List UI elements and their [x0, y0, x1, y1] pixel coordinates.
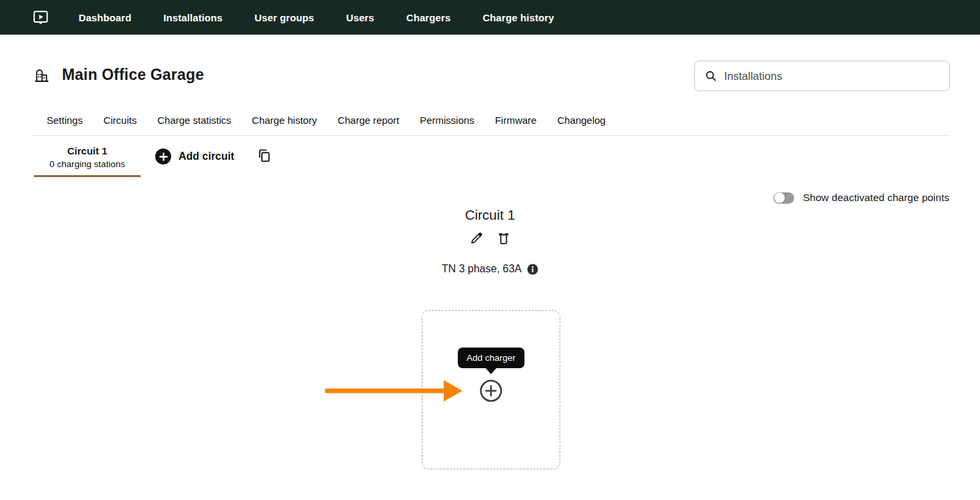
copy-icon [256, 155, 272, 165]
add-circuit-button[interactable]: Add circuit [155, 148, 235, 164]
delete-circuit-button[interactable] [496, 231, 511, 246]
circuit-tab-subtitle: 0 charging stations [34, 159, 141, 169]
circuit-actions [0, 231, 980, 246]
nav-item-user-groups[interactable]: User groups [254, 12, 314, 23]
toggle-knob [774, 192, 785, 203]
nav-item-installations[interactable]: Installations [163, 12, 223, 23]
add-charger-tooltip: Add charger [458, 348, 524, 368]
search-icon [704, 69, 718, 83]
show-deactivated-toggle[interactable] [773, 192, 794, 204]
tab-bar: Settings Circuits Charge statistics Char… [31, 115, 949, 136]
circuit-spec: TN 3 phase, 63A [442, 263, 522, 275]
add-charger-button[interactable] [480, 379, 502, 402]
copy-circuit-button[interactable] [256, 148, 272, 165]
plus-circle-outline-icon [480, 394, 502, 404]
page-title: Main Office Garage [62, 66, 204, 84]
circuit-subtab-bar: Circuit 1 0 charging stations Add circui… [34, 138, 272, 177]
page-header: Main Office Garage [33, 66, 204, 84]
tab-charge-report[interactable]: Charge report [338, 115, 400, 126]
edit-circuit-button[interactable] [469, 231, 484, 246]
tab-firmware[interactable]: Firmware [495, 115, 537, 126]
tab-charge-statistics[interactable]: Charge statistics [157, 115, 231, 126]
toggle-label: Show deactivated charge points [803, 192, 949, 204]
tab-settings[interactable]: Settings [47, 115, 83, 126]
circuit-detail: Circuit 1 [0, 207, 980, 275]
tab-changelog[interactable]: Changelog [557, 115, 606, 126]
nav-item-dashboard[interactable]: Dashboard [79, 12, 131, 23]
nav-item-users[interactable]: Users [346, 12, 374, 23]
top-navbar: Dashboard Installations User groups User… [0, 0, 980, 35]
deactivated-toggle-row: Show deactivated charge points [773, 192, 949, 204]
search-box [694, 61, 950, 91]
plus-circle-filled-icon [155, 148, 171, 164]
app-logo-icon[interactable] [32, 9, 49, 26]
circuit-spec-row: TN 3 phase, 63A [442, 263, 538, 275]
office-building-icon [33, 66, 51, 84]
add-circuit-label: Add circuit [179, 150, 235, 162]
circuit-title: Circuit 1 [0, 207, 980, 223]
circuit-tab-title: Circuit 1 [34, 145, 141, 156]
tab-permissions[interactable]: Permissions [420, 115, 474, 126]
circuit-tab-active[interactable]: Circuit 1 0 charging stations [34, 138, 141, 177]
search-input[interactable] [724, 70, 940, 83]
nav-item-charge-history[interactable]: Charge history [482, 12, 554, 23]
tab-circuits[interactable]: Circuits [103, 115, 137, 126]
app-root: Dashboard Installations User groups User… [0, 0, 980, 500]
tab-charge-history[interactable]: Charge history [252, 115, 317, 126]
info-icon[interactable] [527, 264, 538, 275]
nav-item-chargers[interactable]: Chargers [406, 12, 451, 23]
tooltip-arrow [486, 368, 496, 374]
orange-arrow-icon [324, 379, 464, 403]
